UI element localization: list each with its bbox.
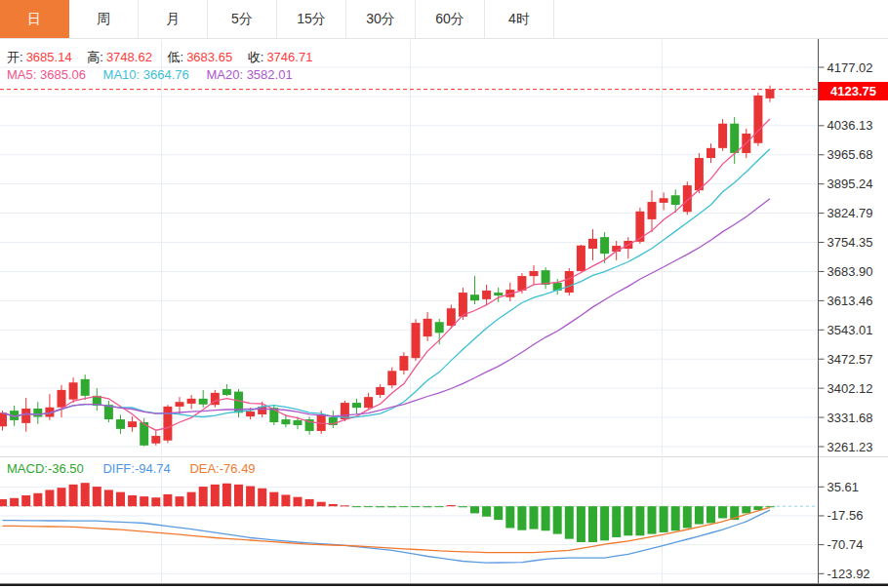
candle[interactable] (695, 158, 704, 190)
macd-bar[interactable] (387, 506, 396, 507)
macd-bar[interactable] (470, 506, 479, 513)
candle[interactable] (176, 402, 184, 407)
macd-bar[interactable] (294, 497, 303, 506)
candle[interactable] (648, 202, 657, 219)
macd-bar[interactable] (683, 506, 692, 528)
macd-bar[interactable] (58, 488, 66, 506)
candle[interactable] (0, 412, 7, 426)
candle[interactable] (163, 407, 172, 441)
tab-5min[interactable]: 5分 (208, 0, 277, 38)
candle[interactable] (470, 294, 479, 300)
macd-bar[interactable] (234, 485, 243, 506)
candle[interactable] (577, 246, 585, 271)
candle[interactable] (435, 322, 444, 333)
macd-bar[interactable] (482, 506, 491, 517)
candle[interactable] (753, 96, 762, 143)
macd-bar[interactable] (33, 493, 42, 506)
macd-bar[interactable] (671, 506, 680, 530)
macd-bar[interactable] (269, 492, 278, 507)
candle[interactable] (766, 90, 775, 98)
candle[interactable] (364, 397, 373, 408)
macd-bar[interactable] (376, 506, 384, 507)
macd-bar[interactable] (494, 506, 503, 520)
candle[interactable] (81, 379, 90, 396)
candle[interactable] (671, 195, 680, 205)
candle[interactable] (376, 387, 384, 395)
tab-15min[interactable]: 15分 (277, 0, 346, 38)
macd-bar[interactable] (341, 505, 349, 506)
candle[interactable] (69, 382, 78, 399)
macd-bar[interactable] (258, 489, 266, 506)
macd-bar[interactable] (281, 494, 290, 506)
macd-bar[interactable] (116, 492, 125, 507)
macd-bar[interactable] (246, 487, 255, 507)
macd-bar[interactable] (577, 506, 585, 542)
candle[interactable] (128, 421, 137, 427)
candle[interactable] (706, 148, 715, 158)
candle[interactable] (494, 293, 503, 295)
macd-bar[interactable] (742, 506, 750, 513)
tab-month[interactable]: 月 (139, 0, 208, 38)
candle[interactable] (21, 409, 30, 423)
macd-bar[interactable] (459, 506, 467, 507)
macd-bar[interactable] (329, 504, 338, 506)
macd-bar[interactable] (706, 506, 715, 523)
macd-bar[interactable] (305, 499, 314, 506)
candle[interactable] (482, 291, 491, 299)
macd-bar[interactable] (211, 485, 220, 506)
macd-bar[interactable] (553, 506, 562, 533)
macd-bar[interactable] (424, 506, 432, 507)
candle[interactable] (294, 420, 303, 425)
candle[interactable] (459, 293, 467, 317)
macd-bar[interactable] (176, 496, 184, 506)
candle[interactable] (600, 237, 609, 254)
macd-bar[interactable] (45, 490, 54, 506)
macd-bar[interactable] (399, 506, 408, 507)
candle[interactable] (565, 271, 574, 293)
candle[interactable] (387, 371, 396, 385)
macd-bar[interactable] (104, 490, 113, 506)
macd-bar[interactable] (624, 506, 632, 535)
candle[interactable] (151, 436, 160, 444)
candle[interactable] (660, 198, 668, 203)
macd-bar[interactable] (505, 506, 514, 528)
candle[interactable] (246, 412, 255, 416)
macd-bar[interactable] (140, 496, 148, 506)
macd-bar[interactable] (412, 506, 421, 507)
tab-30min[interactable]: 30分 (346, 0, 416, 38)
tab-day[interactable]: 日 (0, 0, 69, 38)
candle[interactable] (33, 409, 42, 416)
macd-bar[interactable] (21, 495, 30, 506)
macd-bar[interactable] (435, 506, 444, 507)
macd-bar[interactable] (766, 506, 775, 507)
macd-bar[interactable] (187, 492, 196, 507)
macd-bar[interactable] (542, 506, 550, 530)
candle[interactable] (116, 419, 125, 429)
tab-week[interactable]: 周 (69, 0, 139, 38)
macd-bar[interactable] (565, 506, 574, 538)
macd-bar[interactable] (151, 497, 160, 506)
macd-bar[interactable] (352, 506, 361, 507)
macd-bar[interactable] (530, 506, 539, 529)
candle[interactable] (187, 399, 196, 404)
macd-bar[interactable] (317, 502, 326, 506)
candle[interactable] (530, 271, 539, 276)
candle[interactable] (424, 319, 432, 336)
candle[interactable] (683, 185, 692, 212)
macd-bar[interactable] (69, 485, 78, 506)
macd-bar[interactable] (81, 483, 90, 506)
macd-bar[interactable] (199, 487, 208, 506)
macd-bar[interactable] (222, 484, 231, 506)
candle[interactable] (199, 399, 208, 405)
candle[interactable] (447, 308, 456, 326)
macd-bar[interactable] (517, 506, 526, 530)
candle[interactable] (635, 212, 644, 242)
macd-bar[interactable] (588, 506, 597, 542)
candle[interactable] (588, 239, 597, 249)
macd-bar[interactable] (93, 487, 101, 506)
macd-bar[interactable] (695, 506, 704, 524)
candle[interactable] (222, 389, 231, 395)
candle[interactable] (281, 419, 290, 424)
tab-60min[interactable]: 60分 (416, 0, 485, 38)
macd-bar[interactable] (648, 506, 657, 533)
